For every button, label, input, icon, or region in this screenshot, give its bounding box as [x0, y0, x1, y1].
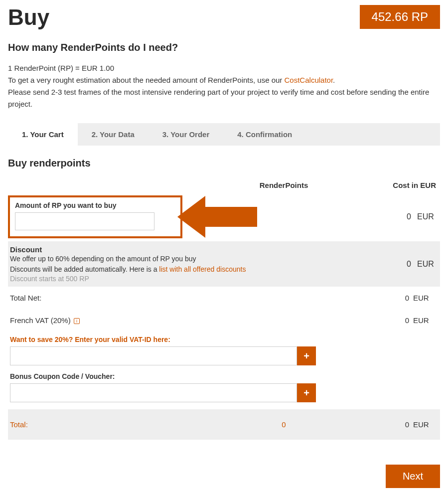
vat-label: French VAT (20%) — [10, 316, 71, 325]
total-row: Total: 0 0 EUR — [8, 409, 440, 440]
tab-your-data[interactable]: 2. Your Data — [78, 123, 149, 146]
intro-line-1: 1 RenderPoint (RP) = EUR 1.00 — [8, 62, 440, 74]
coupon-input[interactable] — [10, 383, 297, 402]
arrow-left-icon — [177, 196, 257, 238]
coupon-input-group: + — [8, 383, 440, 402]
discount-value: 0 — [385, 260, 415, 269]
vatid-add-button[interactable]: + — [297, 346, 316, 365]
tab-confirmation[interactable]: 4. Confirmation — [223, 123, 306, 146]
discount-line-2: Discounts will be added automatically. H… — [10, 264, 383, 275]
vatid-input-group: + — [8, 346, 440, 365]
totalnet-value: 0 — [383, 294, 413, 302]
intro-text: 1 RenderPoint (RP) = EUR 1.00 To get a v… — [8, 62, 440, 110]
totalnet-label: Total Net: — [10, 294, 383, 302]
tab-your-cart[interactable]: 1. Your Cart — [8, 123, 78, 146]
next-button[interactable]: Next — [386, 465, 440, 488]
intro-heading: How many RenderPoints do I need? — [8, 42, 440, 53]
amount-unit: EUR — [415, 212, 440, 221]
vat-row: French VAT (20%) i 0 EUR — [8, 309, 440, 332]
tabs: 1. Your Cart 2. Your Data 3. Your Order … — [8, 123, 440, 146]
discount-muted: Discount starts at 500 RP — [10, 275, 383, 283]
cart-table: RenderPoints Cost in EUR Amount of RP yo… — [8, 178, 440, 440]
amount-value: 0 — [385, 212, 415, 221]
page-title: Buy — [8, 5, 49, 30]
amount-label: Amount of RP you want to buy — [15, 201, 175, 209]
discount-title: Discount — [10, 245, 383, 254]
discount-unit: EUR — [415, 260, 440, 269]
total-label: Total: — [10, 420, 184, 429]
discount-row: Discount We offer up to 60% depending on… — [8, 241, 440, 287]
info-icon[interactable]: i — [74, 318, 80, 324]
th-renderpoints: RenderPoints — [182, 181, 385, 189]
total-unit: EUR — [413, 420, 438, 429]
th-cost: Cost in EUR — [385, 181, 440, 189]
intro-line-2a: To get a very rought estimation about th… — [8, 76, 285, 84]
svg-marker-0 — [177, 196, 257, 238]
vat-unit: EUR — [413, 316, 438, 325]
vat-value: 0 — [383, 316, 413, 325]
cost-calculator-link[interactable]: CostCalculator — [285, 76, 333, 84]
intro-line-3: Please send 2-3 test frames of the most … — [8, 86, 440, 110]
coupon-label: Bonus Coupon Code / Voucher: — [8, 372, 440, 380]
total-mid: 0 — [184, 420, 383, 429]
discount-line-1: We offer up to 60% depending on the amou… — [10, 254, 383, 264]
page-header: Buy 452.66 RP — [8, 5, 440, 30]
table-header-row: RenderPoints Cost in EUR — [8, 178, 440, 192]
amount-highlight-box: Amount of RP you want to buy — [8, 195, 182, 238]
total-value: 0 — [383, 420, 413, 429]
amount-row: Amount of RP you want to buy 0 EUR — [8, 192, 440, 241]
tab-your-order[interactable]: 3. Your Order — [149, 123, 223, 146]
totalnet-unit: EUR — [413, 294, 438, 302]
discounts-list-link[interactable]: list with all offered discounts — [159, 265, 246, 273]
vatid-input[interactable] — [10, 346, 297, 365]
footer-button-row: Next — [8, 465, 440, 488]
intro-line-2: To get a very rought estimation about th… — [8, 74, 440, 86]
balance-badge: 452.66 RP — [360, 5, 440, 29]
intro-line-2b: . — [333, 76, 335, 84]
vatid-label: Want to save 20%? Enter your valid VAT-I… — [8, 335, 440, 343]
coupon-add-button[interactable]: + — [297, 383, 316, 402]
amount-input[interactable] — [15, 212, 154, 230]
totalnet-row: Total Net: 0 EUR — [8, 287, 440, 309]
section-heading: Buy renderpoints — [8, 158, 440, 169]
